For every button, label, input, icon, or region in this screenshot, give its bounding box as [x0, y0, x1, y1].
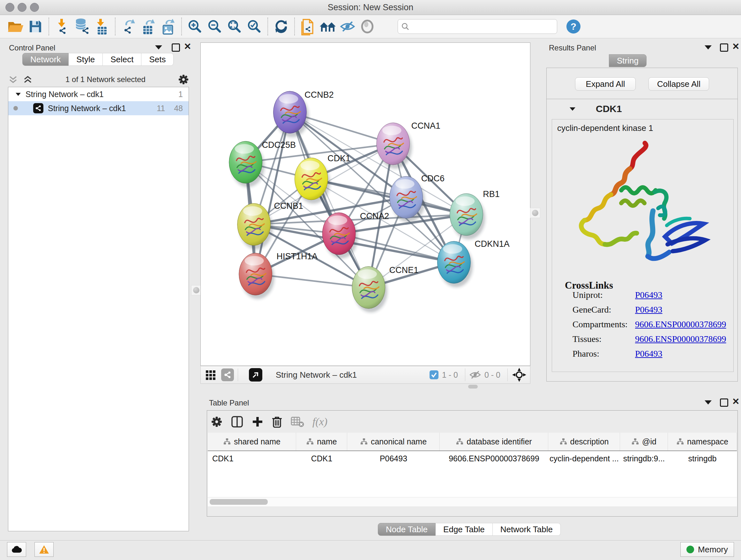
home-networks-button[interactable]: [318, 17, 338, 36]
column-tree-icon: [456, 438, 463, 445]
crosslink-link[interactable]: 9606.ENSP00000378699: [635, 334, 726, 344]
show-view-button[interactable]: [357, 17, 377, 36]
create-column-plus-icon[interactable]: [252, 416, 263, 428]
selected-checkbox-icon[interactable]: [429, 370, 439, 380]
network-type-badge-icon[interactable]: [221, 368, 234, 381]
collapse-all-button[interactable]: Collapse All: [649, 77, 709, 91]
table-cell[interactable]: CDK1: [296, 454, 347, 463]
memory-status-dot: [686, 546, 694, 553]
node-gloss: [382, 125, 401, 135]
left-splitter-handle[interactable]: [191, 285, 201, 295]
zoom-selected-button[interactable]: [245, 17, 264, 36]
open-folder-icon: [7, 19, 24, 34]
table-cell[interactable]: stringdb:9...: [620, 454, 668, 463]
expand-all-icon[interactable]: [23, 75, 33, 84]
horizontal-splitter-handle[interactable]: [468, 385, 478, 388]
tab-style[interactable]: Style: [69, 53, 103, 66]
export-image-button[interactable]: [158, 17, 178, 36]
table-cell[interactable]: CDK1: [208, 454, 296, 463]
export-table-button[interactable]: [138, 17, 158, 36]
table-cell[interactable]: cyclin-dependent ...: [548, 454, 620, 463]
network-edge-CCNB2-HIST1H1A[interactable]: [256, 112, 290, 274]
zoom-in-button[interactable]: [185, 17, 205, 36]
table-panel-float-icon[interactable]: [704, 400, 712, 405]
save-session-button[interactable]: [25, 17, 45, 36]
column-header-namespace[interactable]: namespace: [668, 433, 737, 450]
network-row[interactable]: String Network – cdk1 11 48: [8, 101, 189, 115]
import-network-from-database-button[interactable]: [72, 17, 92, 36]
fit-selected-crosshair-icon[interactable]: [512, 367, 527, 382]
hidden-node-edge-counts: 0 - 0: [484, 370, 500, 380]
table-cell[interactable]: P06493: [347, 454, 440, 463]
protein-section-header[interactable]: CDK1: [548, 100, 737, 118]
crosslink-label: Compartments:: [572, 319, 628, 329]
cloud-status-button[interactable]: [7, 542, 26, 557]
hide-unhide-button[interactable]: [338, 17, 357, 36]
tab-select[interactable]: Select: [103, 53, 141, 66]
cytoscape-window: Session: New Session: [0, 0, 741, 560]
column-header--id[interactable]: @id: [620, 433, 668, 450]
control-panel-float-icon[interactable]: [155, 45, 162, 50]
table-hscrollbar-thumb[interactable]: [210, 499, 268, 505]
network-collection-row[interactable]: String Network – cdk1 1: [8, 87, 189, 101]
crosslink-label: GeneCard:: [572, 305, 611, 314]
zoom-out-button[interactable]: [205, 17, 225, 36]
memory-button[interactable]: Memory: [680, 542, 734, 557]
eye-icon: [360, 19, 374, 34]
search-input[interactable]: [409, 22, 554, 31]
tab-network[interactable]: Network: [22, 53, 69, 66]
tab-network-table[interactable]: Network Table: [493, 523, 561, 536]
network-edge-CCNB2-CCNE1[interactable]: [290, 112, 368, 288]
table-cell[interactable]: 9606.ENSP00000378699: [440, 454, 548, 463]
table-panel-close-icon[interactable]: ✕: [732, 398, 739, 405]
table-options-gear-icon[interactable]: [211, 416, 222, 428]
column-header-database-identifier[interactable]: database identifier: [440, 433, 548, 450]
collection-expand-icon[interactable]: [16, 92, 21, 96]
results-panel-close-icon[interactable]: ✕: [732, 44, 739, 50]
control-panel-close-icon[interactable]: ✕: [184, 44, 191, 50]
expand-all-button[interactable]: Expand All: [575, 77, 636, 91]
control-panel-undock-icon[interactable]: [172, 44, 180, 52]
tab-node-table[interactable]: Node Table: [378, 523, 435, 536]
open-in-new-icon[interactable]: [249, 368, 262, 381]
column-header-canonical-name[interactable]: canonical name: [347, 433, 440, 450]
right-splitter-handle[interactable]: [530, 208, 540, 218]
tab-string[interactable]: String: [609, 54, 647, 67]
import-network-icon: [55, 18, 70, 35]
crosslink-link[interactable]: P06493: [635, 290, 663, 300]
table-hscrollbar[interactable]: [208, 497, 737, 506]
help-button[interactable]: ?: [563, 17, 583, 36]
column-header-description[interactable]: description: [548, 433, 620, 450]
share-network-file-button[interactable]: [298, 17, 318, 36]
column-header-name[interactable]: name: [296, 433, 347, 450]
table-row[interactable]: CDK1CDK1P064939606.ENSP00000378699cyclin…: [208, 451, 737, 466]
protein-collapse-icon[interactable]: [569, 107, 576, 111]
node-label-CDK1: CDK1: [327, 153, 350, 163]
network-edge-count: 48: [174, 104, 183, 113]
open-session-button[interactable]: [6, 17, 25, 36]
column-header-shared-name[interactable]: shared name: [208, 433, 296, 450]
warnings-button[interactable]: [35, 542, 54, 557]
warning-icon: [39, 545, 49, 554]
crosslink-link[interactable]: P06493: [635, 305, 663, 315]
results-panel-float-icon[interactable]: [704, 45, 712, 50]
tab-sets[interactable]: Sets: [141, 53, 174, 66]
zoom-fit-button[interactable]: [225, 17, 245, 36]
crosslink-link[interactable]: 9606.ENSP00000378699: [635, 319, 726, 329]
export-network-button[interactable]: [119, 17, 138, 36]
tab-edge-table[interactable]: Edge Table: [435, 523, 493, 536]
network-canvas[interactable]: CCNB2CCNA1CDC25BCDK1CDC6RB1CCNB1CCNA2CDK…: [201, 43, 530, 366]
crosslink-link[interactable]: P06493: [635, 349, 663, 359]
birds-eye-grid-icon[interactable]: [205, 369, 217, 381]
network-options-gear-icon[interactable]: [178, 74, 189, 85]
delete-column-trash-icon[interactable]: [272, 416, 282, 428]
table-cell[interactable]: stringdb: [668, 454, 737, 463]
current-network-name: String Network – cdk1: [276, 370, 429, 380]
results-panel-undock-icon[interactable]: [720, 44, 728, 52]
import-table-button[interactable]: [92, 17, 112, 36]
show-columns-icon[interactable]: [231, 415, 244, 428]
import-network-file-button[interactable]: [52, 17, 72, 36]
table-panel-undock-icon[interactable]: [720, 398, 728, 407]
collapse-all-icon[interactable]: [8, 75, 18, 84]
refresh-button[interactable]: [271, 17, 291, 36]
